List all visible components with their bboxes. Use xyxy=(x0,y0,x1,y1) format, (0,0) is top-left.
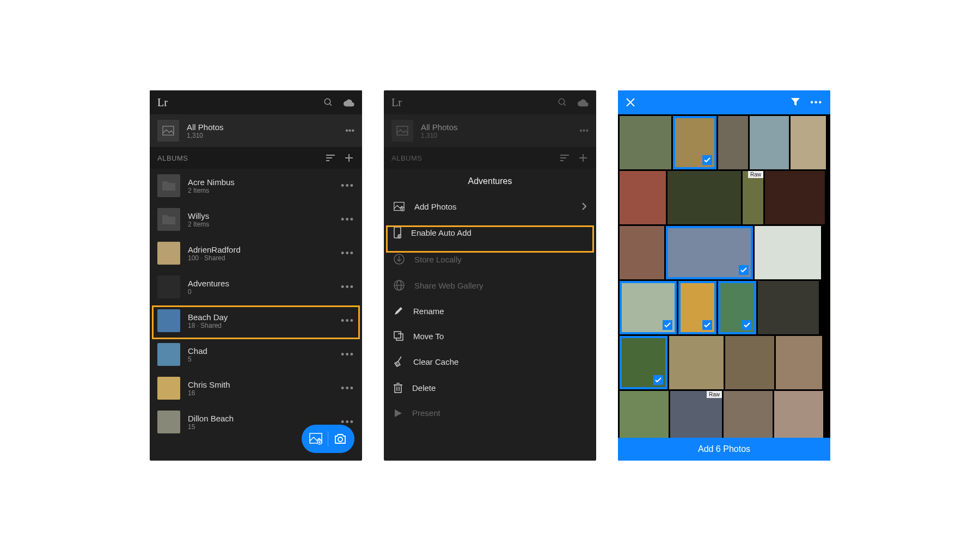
photo-tile[interactable] xyxy=(620,226,664,279)
more-icon[interactable]: ••• xyxy=(341,180,354,192)
panel-photo-picker: ••• RawRaw Add 6 Photos xyxy=(618,90,830,461)
photo-tile[interactable] xyxy=(620,281,677,334)
fab-add-capture[interactable] xyxy=(302,425,354,453)
menu-label: Move To xyxy=(413,332,444,341)
svg-marker-46 xyxy=(791,98,800,106)
album-row[interactable]: Chad 5 ••• xyxy=(150,338,362,371)
search-icon[interactable] xyxy=(323,97,334,108)
photo-tile[interactable] xyxy=(673,116,716,169)
menu-item-enable-auto-add[interactable]: Enable Auto Add xyxy=(384,219,596,246)
more-icon[interactable]: ••• xyxy=(341,315,354,327)
raw-badge: Raw xyxy=(748,171,763,178)
menu-item-delete[interactable]: Delete xyxy=(384,375,596,401)
photo-tile[interactable] xyxy=(791,116,826,169)
menu-label: Delete xyxy=(412,383,436,393)
album-thumbnail xyxy=(157,276,180,298)
photo-tile[interactable] xyxy=(678,281,716,334)
app-logo: Lr xyxy=(391,96,402,109)
menu-item-clear-cache[interactable]: Clear Cache xyxy=(384,348,596,375)
menu-item-rename[interactable]: Rename xyxy=(384,298,596,323)
albums-header: ALBUMS xyxy=(384,147,596,169)
chevron-right-icon xyxy=(582,203,586,210)
menu-item-present: Present xyxy=(384,401,596,425)
svg-rect-2 xyxy=(163,126,174,135)
menu-item-add-photos[interactable]: Add Photos xyxy=(384,194,596,219)
photo-tile[interactable] xyxy=(774,391,823,438)
photo-tile[interactable] xyxy=(669,336,724,389)
checkmark-icon xyxy=(663,320,672,330)
globe-icon xyxy=(394,280,405,291)
picker-topbar: ••• xyxy=(618,90,830,114)
search-icon[interactable] xyxy=(557,97,568,108)
app-logo: Lr xyxy=(157,96,168,109)
menu-label: Present xyxy=(412,408,440,418)
download-circle-icon xyxy=(394,254,405,265)
more-icon[interactable]: ••• xyxy=(345,126,354,136)
photo-tile[interactable] xyxy=(620,391,669,438)
album-name: Beach Day xyxy=(188,313,228,322)
photo-tile[interactable] xyxy=(755,226,821,279)
cloud-icon[interactable] xyxy=(344,97,354,108)
photo-tile[interactable] xyxy=(718,281,756,334)
topbar: Lr xyxy=(150,90,362,114)
album-row[interactable]: Beach Day 18 · Shared ••• xyxy=(150,304,362,338)
photo-tile[interactable] xyxy=(620,336,667,389)
context-menu: Add Photos Enable Auto Add Store Locally… xyxy=(384,194,596,425)
more-icon[interactable]: ••• xyxy=(341,248,354,259)
album-row[interactable]: Adventures 0 ••• xyxy=(150,270,362,304)
photo-icon xyxy=(391,120,413,142)
photo-tile[interactable]: Raw xyxy=(743,171,763,224)
photo-tile[interactable] xyxy=(666,226,753,279)
photo-tile[interactable] xyxy=(620,171,666,224)
raw-badge: Raw xyxy=(707,391,722,398)
photo-tile[interactable]: Raw xyxy=(670,391,722,438)
checkmark-icon xyxy=(742,320,752,330)
add-album-icon xyxy=(578,152,589,163)
close-icon[interactable] xyxy=(626,97,635,107)
svg-point-13 xyxy=(559,99,565,105)
album-row[interactable]: Acre Nimbus 2 Items ••• xyxy=(150,169,362,203)
photo-tile[interactable] xyxy=(724,391,773,438)
more-icon[interactable]: ••• xyxy=(341,383,354,394)
album-subtitle: 16 xyxy=(188,389,230,397)
photo-tile[interactable] xyxy=(750,116,789,169)
more-icon[interactable]: ••• xyxy=(341,349,354,360)
menu-item-move-to[interactable]: Move To xyxy=(384,323,596,348)
album-row[interactable]: Chris Smith 16 ••• xyxy=(150,371,362,405)
album-name: Dillon Beach xyxy=(188,414,234,423)
album-subtitle: 0 xyxy=(188,288,229,296)
svg-rect-34 xyxy=(394,332,401,338)
sort-icon[interactable] xyxy=(325,152,336,163)
more-icon[interactable]: ••• xyxy=(341,281,354,293)
all-photos-row[interactable]: All Photos 1,310 ••• xyxy=(150,114,362,147)
album-row[interactable]: Willys 2 Items ••• xyxy=(150,203,362,236)
photo-tile[interactable] xyxy=(725,336,774,389)
album-name: Adventures xyxy=(188,279,229,288)
photo-tile[interactable] xyxy=(776,336,822,389)
photo-tile[interactable] xyxy=(758,281,819,334)
filter-icon[interactable] xyxy=(791,97,800,107)
more-icon[interactable]: ••• xyxy=(341,214,354,225)
all-photos-title: All Photos xyxy=(187,123,224,132)
menu-label: Share Web Gallery xyxy=(414,281,483,290)
more-icon: ••• xyxy=(579,126,589,136)
album-thumbnail xyxy=(157,377,180,400)
more-icon[interactable]: ••• xyxy=(810,97,823,107)
album-thumbnail xyxy=(157,411,180,433)
photo-tile[interactable] xyxy=(765,171,825,224)
svg-point-12 xyxy=(338,437,342,442)
photo-tile[interactable] xyxy=(620,116,671,169)
album-row[interactable]: AdrienRadford 100 · Shared ••• xyxy=(150,236,362,270)
photo-tile[interactable] xyxy=(718,116,748,169)
albums-list: Acre Nimbus 2 Items ••• Willys 2 Items •… xyxy=(150,169,362,439)
menu-label: Clear Cache xyxy=(413,357,458,366)
checkmark-icon xyxy=(702,320,712,330)
add-album-icon[interactable] xyxy=(344,152,354,163)
checkmark-icon xyxy=(702,155,712,165)
menu-label: Rename xyxy=(413,307,444,316)
photo-grid: RawRaw xyxy=(618,114,830,438)
cloud-icon[interactable] xyxy=(578,97,589,108)
photo-tile[interactable] xyxy=(667,171,741,224)
svg-rect-15 xyxy=(397,126,408,135)
add-photos-button[interactable]: Add 6 Photos xyxy=(618,438,830,461)
